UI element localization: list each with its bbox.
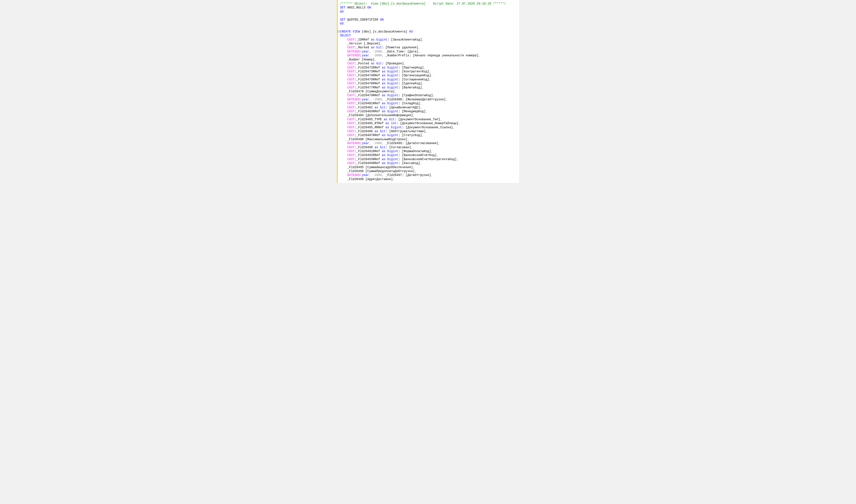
sql-code[interactable]: /****** Object: View [dbo].[v_docЗаказКл…: [340, 2, 517, 181]
page: /****** Object: View [dbo].[v_docЗаказКл…: [0, 0, 856, 183]
code-fold-toggle[interactable]: [338, 31, 340, 33]
sql-editor[interactable]: /****** Object: View [dbo].[v_docЗаказКл…: [337, 0, 519, 183]
